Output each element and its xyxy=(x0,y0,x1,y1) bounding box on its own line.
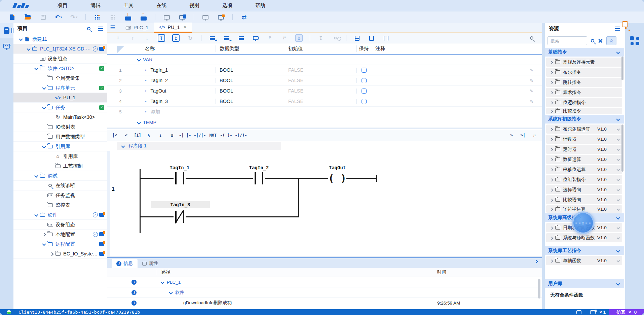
comment-block-button[interactable]: /* xyxy=(266,34,274,42)
contact-no-button[interactable]: -| |- xyxy=(179,131,191,139)
download-library-button[interactable]: ↧ xyxy=(317,34,325,42)
library-item[interactable]: 定时器V1.0 xyxy=(546,145,622,154)
library-item[interactable]: 跳转指令 xyxy=(546,78,622,87)
edit-pencil-icon[interactable]: ✎ xyxy=(530,99,533,104)
chevron-down-icon[interactable] xyxy=(41,144,47,149)
library-item[interactable]: 计数器V1.0 xyxy=(546,135,622,144)
info-row[interactable]: i PLC_1 xyxy=(107,277,542,287)
select-all-triangle[interactable] xyxy=(117,46,124,53)
contact-nc-button[interactable]: -|/|- xyxy=(194,131,206,139)
compile-button[interactable] xyxy=(93,13,101,21)
tree-item-user-datatypes[interactable]: 用户数据类型 xyxy=(13,132,107,142)
branch-down-button[interactable]: ↳ xyxy=(145,131,153,139)
contact-no[interactable] xyxy=(253,172,265,184)
chevron-down-icon[interactable] xyxy=(617,226,620,230)
section-system-process[interactable]: 系统库工艺指令 xyxy=(545,246,624,255)
favorites-filter-button[interactable]: ☆ xyxy=(606,36,616,45)
compare-button[interactable]: ⇄ xyxy=(240,13,248,21)
chevron-down-icon[interactable] xyxy=(617,259,620,262)
library-item[interactable]: 系统与诊断函数V1.0 xyxy=(546,233,622,242)
tree-item-hw-device-config[interactable]: 设备组态 xyxy=(13,220,107,230)
coil-button[interactable]: -( )- xyxy=(220,131,232,139)
column-path[interactable]: 路径 xyxy=(107,269,171,275)
insert-row-button[interactable] xyxy=(209,34,216,42)
menu-project[interactable]: 项目 xyxy=(46,0,79,11)
tree-item-online-diagnosis[interactable]: 在线诊断 xyxy=(13,181,107,190)
device-view-button[interactable] xyxy=(0,38,13,54)
device-io-button[interactable] xyxy=(201,13,210,21)
chevron-right-icon[interactable] xyxy=(550,90,554,95)
floating-timer-bubble[interactable]: --:-- xyxy=(572,211,595,234)
library-item[interactable]: 布尔指令 xyxy=(546,68,622,77)
edit-pencil-icon[interactable]: ✎ xyxy=(530,68,533,73)
new-project-button[interactable] xyxy=(8,13,16,21)
import-button[interactable]: ↧ xyxy=(158,34,165,42)
scrollbar-thumb[interactable] xyxy=(621,125,623,172)
menu-view[interactable]: 视图 xyxy=(178,0,211,11)
chevron-right-icon[interactable] xyxy=(49,251,54,256)
tree-item-program-units[interactable]: 程序单元 xyxy=(13,83,107,93)
chevron-down-icon[interactable] xyxy=(617,236,620,240)
undo-button[interactable]: ↶▾ xyxy=(54,13,63,21)
tab-properties[interactable]: 属性 xyxy=(138,259,163,268)
coil-negated-button[interactable]: -(/)- xyxy=(235,131,247,139)
column-comment[interactable]: 注释 xyxy=(371,45,542,52)
chevron-right-icon[interactable] xyxy=(550,80,554,84)
tree-item-libraries[interactable]: 引用库 xyxy=(13,142,107,151)
widgets-grid-icon[interactable] xyxy=(630,36,639,45)
comment-remove-button[interactable]: /* xyxy=(281,34,288,42)
tree-item-library-ref[interactable]: ⌂引用库 xyxy=(13,151,107,161)
chevron-down-icon[interactable] xyxy=(168,290,174,295)
tree-item-process-control[interactable]: 工艺控制 xyxy=(13,161,107,171)
chevron-down-icon[interactable] xyxy=(615,248,621,253)
chevron-right-icon[interactable] xyxy=(550,70,554,74)
chevron-down-icon[interactable] xyxy=(617,178,620,181)
library-item[interactable]: 串移位运算V1.0 xyxy=(546,165,622,174)
online-monitor-button[interactable] xyxy=(178,13,186,21)
chevron-right-icon[interactable] xyxy=(550,207,554,211)
chevron-down-icon[interactable] xyxy=(617,128,620,131)
contact-no[interactable] xyxy=(174,172,186,184)
library-item[interactable]: 比较语句V1.0 xyxy=(546,195,622,204)
tree-item-ec-io-system[interactable]: EC_IO_System_1 xyxy=(13,249,107,259)
delete-row-button[interactable] xyxy=(223,34,230,42)
chevron-down-icon[interactable] xyxy=(120,143,126,149)
menu-online[interactable]: 在线 xyxy=(145,0,178,11)
project-view-button[interactable] xyxy=(0,23,13,38)
chevron-right-icon[interactable] xyxy=(550,167,554,172)
chevron-down-icon[interactable] xyxy=(617,207,620,211)
search-input[interactable] xyxy=(547,36,587,45)
chevron-right-icon[interactable] xyxy=(41,232,47,237)
chevron-right-icon[interactable] xyxy=(550,258,554,263)
editor-search-button[interactable] xyxy=(530,35,533,41)
tools-cross-icon[interactable] xyxy=(598,38,603,43)
retain-checkbox[interactable] xyxy=(362,78,367,83)
tree-item-plc1[interactable]: PLC_1[T324-XE-CD-··· xyxy=(13,44,107,54)
chevron-down-icon[interactable] xyxy=(615,49,621,55)
tree-item-io-map[interactable]: IO映射表 xyxy=(13,122,107,132)
info-row[interactable]: i 软件 xyxy=(107,287,542,298)
tree-item-global-vars[interactable]: 全局变量集 xyxy=(13,73,107,83)
tree-item-project-root[interactable]: 新建11 xyxy=(13,34,107,44)
tree-item-local-config[interactable]: 本地配置 xyxy=(13,230,107,239)
contact-nc[interactable] xyxy=(174,211,186,223)
library-item[interactable]: 单轴函数V1.0 xyxy=(546,256,622,265)
scrollbar-thumb[interactable] xyxy=(538,279,540,299)
tree-item-debug[interactable]: 调试 xyxy=(13,171,107,181)
menu-tools[interactable]: 工具 xyxy=(112,0,145,11)
prev-network-button[interactable]: < xyxy=(122,131,130,139)
chevron-down-icon[interactable] xyxy=(160,279,165,285)
library-item[interactable]: 位组装指令V1.0 xyxy=(546,175,622,184)
table-row[interactable]: 1 •TagIn_1 BOOL FALSE ✎ xyxy=(107,65,542,75)
retain-checkbox[interactable] xyxy=(362,99,367,104)
panel-bottom-button[interactable] xyxy=(382,34,390,42)
section-user-library[interactable]: 用户库 xyxy=(545,279,624,288)
panel-top-button[interactable] xyxy=(368,34,375,42)
chevron-down-icon[interactable] xyxy=(615,215,621,220)
chevron-right-icon[interactable] xyxy=(550,109,554,113)
chevron-right-icon[interactable] xyxy=(550,198,554,202)
chevron-right-icon[interactable] xyxy=(550,100,554,105)
tab-pu1[interactable]: </>PU_1× xyxy=(154,23,192,33)
chevron-down-icon[interactable] xyxy=(617,168,620,171)
contact-label[interactable]: TagIn_2 xyxy=(239,165,279,170)
